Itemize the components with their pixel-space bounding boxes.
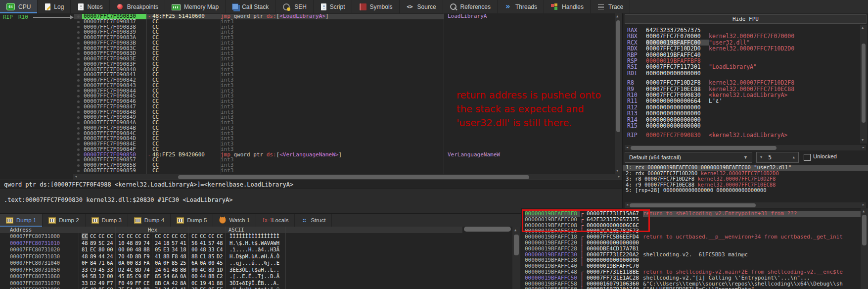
- breakpoint-dot[interactable]: [74, 41, 82, 46]
- scroll-down-icon[interactable]: ▼: [616, 169, 618, 173]
- disassembly-vertical-scrollbar[interactable]: ▲ ▼: [615, 13, 622, 174]
- dump-row[interactable]: 00007FFC807310800F4885C075EA488D74246141…: [0, 287, 512, 289]
- tab-script[interactable]: Script: [314, 0, 352, 13]
- breakpoint-dot[interactable]: [74, 14, 82, 19]
- disasm-row[interactable]: 00007FFC7F090859CCint3: [0, 168, 615, 174]
- breakpoint-dot[interactable]: [74, 78, 82, 83]
- unlocked-checkbox[interactable]: [804, 154, 811, 161]
- stack-row[interactable]: 00000019BFAFFC60│000001607910A740&"ALLUS…: [521, 287, 861, 289]
- tab-handles[interactable]: Handles: [544, 0, 591, 13]
- tab-seh[interactable]: SEH: [275, 0, 314, 13]
- dump-row[interactable]: 00007FFC8073105033C94533D24C8D742461488B…: [0, 267, 512, 274]
- scroll-up-icon[interactable]: ▲: [616, 15, 618, 18]
- breakpoint-dot[interactable]: [74, 25, 82, 30]
- tab-notes[interactable]: Notes: [71, 0, 109, 13]
- registers-horizontal-scrollbar[interactable]: ◄ ►: [625, 145, 866, 150]
- stack-row[interactable]: 00000019BFAFFC48┌00007FF731E118BEreturn …: [521, 269, 861, 275]
- column-header-address[interactable]: Address: [10, 227, 32, 233]
- breakpoint-dot[interactable]: [74, 136, 82, 142]
- column-header-hex[interactable]: Hex: [80, 227, 225, 233]
- register-row[interactable]: RIP00007FFC7F090830<kernel32.LoadLibrary…: [623, 132, 787, 138]
- tab-watch-1[interactable]: Watch 1: [213, 214, 256, 227]
- spinner-up-icon[interactable]: ▲: [793, 155, 795, 159]
- breakpoint-dot[interactable]: [74, 72, 82, 78]
- breakpoint-dot[interactable]: [74, 163, 82, 168]
- calling-convention-dropdown[interactable]: Default (x64 fastcall) ▼: [625, 152, 752, 163]
- breakpoint-dot[interactable]: [74, 142, 82, 147]
- scroll-left-icon[interactable]: ◄: [75, 175, 77, 179]
- scrollbar-thumb[interactable]: [464, 227, 511, 232]
- scrollbar-thumb[interactable]: [862, 44, 866, 123]
- breakpoint-dot[interactable]: [74, 56, 82, 62]
- spinner-down-icon[interactable]: ▼: [760, 155, 762, 159]
- scroll-left-icon[interactable]: ◄: [626, 203, 628, 207]
- stack-row[interactable]: 00000019BFAFFC20│0000000000000000: [521, 240, 861, 246]
- breakpoint-dot[interactable]: [74, 62, 82, 67]
- dump-row[interactable]: 00007FFC80731060945B12004585C90F85546A0A…: [0, 273, 512, 280]
- register-row[interactable]: R800007FFC7F10D2F8kernel32.00007FFC7F10D…: [623, 80, 794, 86]
- scrollbar-thumb[interactable]: [630, 203, 756, 207]
- breakpoint-dot[interactable]: [74, 94, 82, 99]
- scrollbar-thumb[interactable]: [514, 235, 519, 255]
- tab-log[interactable]: Log: [38, 0, 71, 13]
- breakpoint-dot[interactable]: [74, 51, 82, 56]
- breakpoint-dot[interactable]: [74, 19, 82, 25]
- tab-dump-1[interactable]: Dump 1: [0, 214, 43, 227]
- scroll-up-icon[interactable]: ▲: [863, 210, 865, 213]
- scroll-right-icon[interactable]: ►: [863, 203, 865, 207]
- breakpoint-dot[interactable]: [74, 89, 82, 94]
- breakpoint-dot[interactable]: [74, 120, 82, 126]
- register-row[interactable]: RSI00007FFC7F117301"LoadLibraryA": [623, 64, 757, 70]
- scrollbar-thumb[interactable]: [616, 20, 620, 132]
- breakpoint-dot[interactable]: [74, 35, 82, 41]
- breakpoint-dot[interactable]: [74, 126, 82, 131]
- tab-dump-4[interactable]: Dump 4: [128, 214, 171, 227]
- tab-dump-5[interactable]: Dump 5: [171, 214, 213, 227]
- stack-vertical-scrollbar[interactable]: ▲: [861, 208, 868, 289]
- register-row[interactable]: RDX00007FFC7F10D2D0kernel32.00007FFC7F10…: [623, 46, 794, 51]
- column-header-ascii[interactable]: ASCII: [228, 227, 244, 233]
- dump-row[interactable]: 00007FFC8073102081EC80000000488B05E33418…: [0, 246, 512, 253]
- tab-references[interactable]: References: [443, 0, 498, 13]
- registers-vertical-scrollbar[interactable]: ▲ ▼: [860, 25, 867, 144]
- register-row[interactable]: R110000000000000664L'٤': [623, 98, 723, 104]
- breakpoint-dot[interactable]: [74, 110, 82, 115]
- tab-memory-map[interactable]: Memory Map: [165, 0, 226, 13]
- breakpoint-dot[interactable]: [74, 131, 82, 137]
- stack-row[interactable]: 00000019BFAFFC50│00007FF731E1AC28shellco…: [521, 275, 861, 281]
- scroll-up-icon[interactable]: ▲: [514, 229, 516, 232]
- tab-threads[interactable]: Threads: [498, 0, 544, 13]
- dump-row[interactable]: 00007FFC8073101048895C241048897424185741…: [0, 240, 512, 247]
- tab-call-stack[interactable]: Call Stack: [226, 0, 275, 13]
- breakpoint-dot[interactable]: [74, 115, 82, 120]
- scrollbar-thumb[interactable]: [631, 146, 777, 150]
- scrollbar-thumb[interactable]: [862, 215, 867, 245]
- tab-dump-2[interactable]: Dump 2: [43, 214, 85, 227]
- arguments-horizontal-scrollbar[interactable]: ◄ ►: [625, 202, 866, 208]
- register-row[interactable]: RBX00007FFC7F070000kernel32.00007FFC7F07…: [623, 33, 794, 39]
- scroll-down-icon[interactable]: ▼: [862, 139, 864, 142]
- disassembly-horizontal-scrollbar[interactable]: ◄ ►: [73, 174, 622, 180]
- register-row[interactable]: R150000000000000000: [623, 123, 709, 129]
- breakpoint-dot[interactable]: [74, 67, 82, 73]
- breakpoint-dot[interactable]: [74, 152, 82, 158]
- dump-row[interactable]: 00007FFC807310400F84716A0A0083FA0A0F8525…: [0, 260, 512, 267]
- dump-row[interactable]: 00007FFC8073103048894424704D8BF9418BF848…: [0, 253, 512, 260]
- tab-symbols[interactable]: Symbols: [352, 0, 400, 13]
- scrollbar-thumb[interactable]: [178, 175, 529, 179]
- dump-row[interactable]: 00007FFC8073107033D249F7F049FFCE8BCA428A…: [0, 280, 512, 287]
- dump-row[interactable]: 00007FFC80731000CCCCCCCCCCCCCCCCCCCCCCCC…: [0, 233, 512, 240]
- stack-row[interactable]: 00000019BFAFFC28│0000DBE4CD17A7B1: [521, 246, 861, 252]
- tab-breakpoints[interactable]: Breakpoints: [110, 0, 165, 13]
- breakpoint-dot[interactable]: [74, 168, 82, 174]
- tab-trace[interactable]: Trace: [591, 0, 630, 13]
- scroll-right-icon[interactable]: ►: [863, 146, 865, 149]
- scroll-right-icon[interactable]: ►: [618, 175, 620, 179]
- tab-locals[interactable]: Locals: [256, 214, 295, 227]
- breakpoint-dot[interactable]: [74, 30, 82, 35]
- tab-struct[interactable]: Struct: [295, 214, 332, 227]
- breakpoint-dot[interactable]: [74, 104, 82, 110]
- tab-cpu[interactable]: CPU: [0, 0, 38, 13]
- dump-vertical-scrollbar[interactable]: ▲: [512, 227, 520, 289]
- hide-fpu-button[interactable]: Hide FPU: [625, 14, 867, 24]
